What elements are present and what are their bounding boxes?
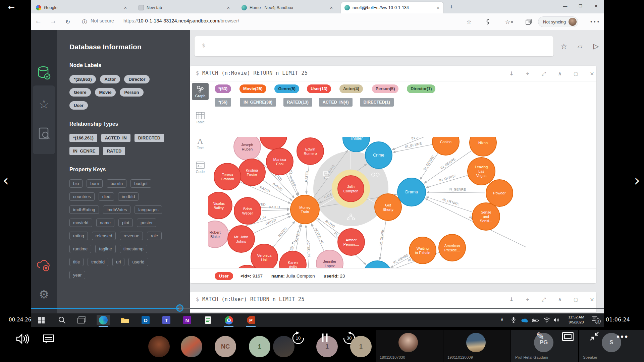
tray-onedrive-icon[interactable] [521, 318, 528, 324]
graph-node-brian-weber[interactable]: BrianWeber [234, 197, 261, 224]
frame-header[interactable]: $ MATCH (n:Movie) RETURN n LIMIT 25 ↓⌖⤢∧… [190, 66, 596, 81]
progress-scrubber[interactable] [176, 304, 183, 312]
chip-plot[interactable]: plot [118, 219, 133, 227]
profile-sync-button[interactable]: Not syncing [538, 16, 578, 27]
graph-canvas[interactable]: RATEDRATEDRATEDRATEDRATEDDIRECTEDRATEDRA… [208, 137, 596, 268]
graph-node-amber-pennin-[interactable]: AmberPennin.... [338, 229, 365, 255]
chip-rating[interactable]: rating [69, 232, 88, 240]
chip-imdbvotes[interactable]: imdbVotes [103, 205, 131, 214]
rerun-icon[interactable]: ○ [572, 295, 580, 304]
collections-icon[interactable] [524, 17, 533, 26]
progress-remaining[interactable] [179, 308, 604, 309]
tray-mic-icon[interactable] [511, 317, 516, 324]
chip-title[interactable]: title [69, 258, 84, 266]
graph-node-marissa-choi[interactable]: MarissaChoi [266, 148, 293, 175]
chip-languages[interactable]: languages [135, 205, 162, 214]
collapse-icon[interactable]: ∧ [555, 295, 564, 304]
taskbar-edge-icon[interactable] [97, 315, 110, 325]
avatar-initials-nc[interactable]: NC [215, 336, 236, 357]
tray-action-center-icon[interactable]: 11 [592, 316, 598, 324]
tray-volume-icon[interactable] [553, 317, 559, 324]
graph-node-comedy[interactable]: Comedy [363, 261, 391, 268]
close-icon[interactable]: × [588, 69, 596, 78]
editor-run-icon[interactable]: ▷ [592, 42, 600, 51]
chip-countries[interactable]: countries [69, 192, 95, 201]
avatar-photo-1[interactable] [181, 336, 202, 357]
chip-director[interactable]: Director [124, 75, 150, 83]
graph-node-julia-compton[interactable]: JuliaCompton [338, 176, 364, 202]
result-relchip-INGENRE38[interactable]: IN_GENRE(38) [240, 98, 276, 107]
view-tab-text[interactable]: AText [192, 137, 209, 150]
graph-node-joseph-ruben[interactable]: JosephRuben [234, 137, 261, 160]
forward-icon[interactable]: → [48, 17, 58, 26]
media-control-icon[interactable] [483, 17, 492, 26]
graph-node-edwin-romero[interactable]: EdwinRomero [297, 138, 324, 165]
expand-icon[interactable]: ⤢ [539, 295, 548, 304]
cypher-editor[interactable]: $ [195, 36, 553, 56]
chip-movie[interactable]: Movie [95, 88, 116, 97]
browser-tab-3[interactable]: Home - Neo4j Sandbox× [238, 2, 337, 13]
graph-node-sense-and-sensi-[interactable]: SenseandSensi... [472, 203, 500, 230]
refresh-icon[interactable]: ↻ [63, 17, 72, 26]
chip-released[interactable]: released [92, 232, 116, 240]
chip-revenue[interactable]: revenue [120, 232, 143, 240]
chip-userid[interactable]: userId [128, 258, 148, 266]
taskbar-sheets-icon[interactable] [201, 315, 215, 325]
graph-node-teresa-graham[interactable]: TeresaGraham [214, 163, 241, 190]
graph-node-american-preside-[interactable]: AmericanPreside... [439, 234, 466, 261]
window-minimize-button[interactable]: — [557, 0, 573, 12]
chip-imdbrating[interactable]: imdbRating [69, 205, 99, 214]
editor-favorite-icon[interactable]: ☆ [559, 42, 568, 51]
favorites-icon[interactable]: ☆ [31, 97, 57, 111]
taskbar-taskview-icon[interactable] [75, 315, 88, 325]
result-relchip-56[interactable]: *(56) [215, 98, 231, 107]
address-bar[interactable]: https://10-0-1-134-33124.neo4jsandbox.co… [123, 18, 239, 23]
graph-node-leaving-las-vegas[interactable]: LeavingLasVegas [468, 158, 495, 185]
result-relchip-ACTEDIN4[interactable]: ACTED_IN(4) [319, 98, 353, 107]
chip-died[interactable]: died [99, 192, 114, 201]
tab-close-icon[interactable]: × [226, 5, 230, 10]
browser-menu-icon[interactable]: ••• [590, 17, 600, 26]
avatar-photo-0[interactable] [148, 336, 170, 357]
chip-url[interactable]: url [112, 258, 124, 266]
graph-node-casino[interactable]: Casino [432, 137, 459, 155]
pin-icon[interactable]: ⌖ [523, 69, 532, 78]
view-tab-graph[interactable]: Graph [192, 83, 209, 100]
graph-node-jennifer-lopez[interactable]: JenniferLopez [316, 250, 343, 268]
annotate-pencil-icon[interactable]: ✎ [536, 330, 544, 342]
download-icon[interactable]: ↓ [507, 295, 516, 304]
pin-icon[interactable]: ⌖ [523, 295, 532, 304]
chip-imdbid[interactable]: imdbId [118, 192, 139, 201]
favorite-star-icon[interactable]: ☆ [464, 17, 474, 26]
graph-node-powder[interactable]: Powder [486, 180, 513, 206]
download-icon[interactable]: ↓ [507, 69, 516, 78]
chip-tmdbid[interactable]: tmdbId [88, 258, 108, 266]
docs-search-icon[interactable] [31, 127, 57, 141]
result-chip-Director1[interactable]: Director(1) [407, 84, 435, 93]
chip-role[interactable]: role [147, 232, 162, 240]
new-tab-button[interactable]: + [449, 3, 453, 11]
tab-close-icon[interactable]: × [329, 5, 333, 10]
chip-runtime[interactable]: runtime [69, 245, 91, 253]
taskbar-powerpoint-icon[interactable]: P [244, 315, 258, 325]
rewind-10-button[interactable]: 10 [291, 331, 305, 345]
graph-node-get-shorty[interactable]: GetShorty [375, 194, 401, 221]
result-chip-Movie25[interactable]: Movie(25) [239, 84, 266, 93]
chip-ingenre[interactable]: IN_GENRE [69, 147, 99, 155]
result-chip-User13[interactable]: User(13) [307, 84, 331, 93]
video-tile-2[interactable]: 190110120009 [443, 330, 511, 362]
chip-actedin[interactable]: ACTED_IN [101, 134, 130, 142]
view-tab-code[interactable]: Code [192, 162, 209, 174]
graph-node-nicolas-bailey[interactable]: NicolasBailey [208, 192, 232, 219]
tray-battery-icon[interactable] [532, 318, 539, 324]
result-relchip-RATED13[interactable]: RATED(13) [283, 98, 312, 107]
chip-actor[interactable]: Actor [100, 75, 120, 83]
chip-name[interactable]: name [96, 219, 115, 227]
tab-close-icon[interactable]: × [123, 5, 127, 10]
player-back-arrow[interactable]: ← [8, 3, 15, 12]
avatar-initials-1[interactable]: 1 [249, 336, 270, 357]
progress-played[interactable] [31, 308, 179, 309]
settings-gear-icon[interactable]: ⚙ [31, 288, 57, 301]
graph-node-clipped[interactable] [260, 137, 287, 149]
result-chip-Person5[interactable]: Person(5) [372, 84, 399, 93]
